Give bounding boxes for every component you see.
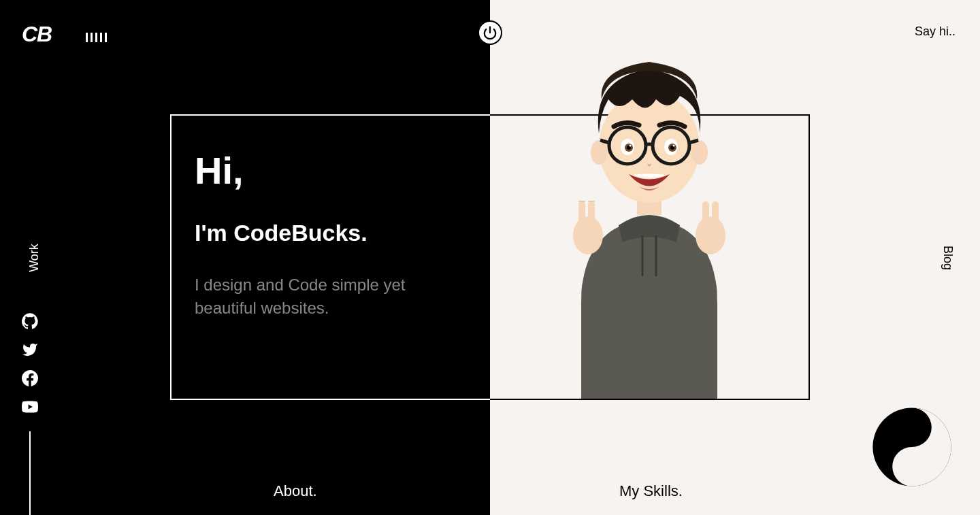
logo[interactable]: CB bbox=[22, 22, 52, 47]
audio-visualizer-icon[interactable] bbox=[86, 33, 107, 42]
svg-point-27 bbox=[906, 461, 918, 472]
intro-card: Hi, I'm CodeBucks. I design and Code sim… bbox=[170, 114, 810, 400]
svg-rect-6 bbox=[702, 201, 709, 235]
svg-rect-4 bbox=[588, 201, 595, 235]
power-icon bbox=[483, 25, 497, 40]
description-text: I design and Code simple yet beautiful w… bbox=[195, 273, 453, 319]
github-link[interactable] bbox=[22, 313, 38, 329]
greeting-text: Hi, bbox=[195, 148, 467, 193]
svg-point-24 bbox=[673, 145, 675, 147]
facebook-link[interactable] bbox=[22, 370, 38, 386]
svg-point-10 bbox=[591, 140, 607, 165]
intro-text-panel: Hi, I'm CodeBucks. I design and Code sim… bbox=[170, 114, 490, 400]
twitter-link[interactable] bbox=[22, 342, 38, 358]
name-text: I'm CodeBucks. bbox=[195, 220, 467, 246]
blog-link[interactable]: Blog bbox=[940, 245, 954, 269]
youtube-link[interactable] bbox=[22, 399, 38, 415]
facebook-icon bbox=[22, 370, 38, 386]
about-link[interactable]: About. bbox=[274, 482, 317, 500]
social-links bbox=[22, 313, 38, 515]
work-link[interactable]: Work bbox=[27, 244, 42, 272]
github-icon bbox=[22, 313, 38, 329]
contact-link[interactable]: Say hi.. bbox=[915, 24, 956, 39]
svg-point-23 bbox=[630, 145, 632, 147]
twitter-icon bbox=[22, 342, 38, 358]
skills-link[interactable]: My Skills. bbox=[619, 482, 683, 500]
avatar-image bbox=[534, 31, 765, 399]
youtube-icon bbox=[22, 399, 38, 415]
svg-rect-3 bbox=[578, 201, 585, 232]
power-button[interactable] bbox=[478, 20, 502, 45]
svg-point-26 bbox=[906, 422, 918, 433]
social-divider-line bbox=[29, 431, 31, 515]
yin-yang-icon[interactable] bbox=[871, 406, 953, 488]
svg-point-5 bbox=[696, 216, 725, 254]
svg-point-11 bbox=[691, 140, 708, 165]
svg-rect-7 bbox=[712, 201, 719, 232]
avatar-panel bbox=[490, 114, 810, 400]
